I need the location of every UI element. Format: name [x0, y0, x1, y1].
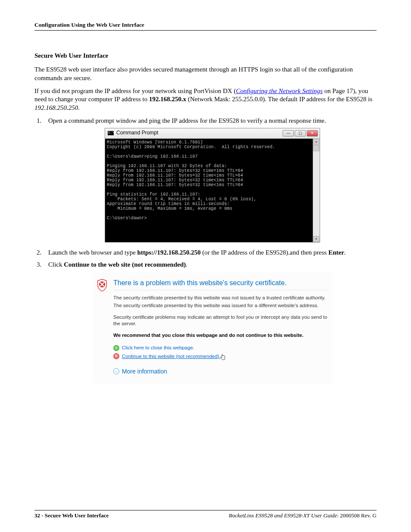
close-button[interactable]: ✕: [307, 130, 318, 137]
cert-heading: There is a problem with this website's s…: [113, 278, 328, 287]
cmd-scrollbar[interactable]: ▴ ▾: [313, 139, 320, 242]
intro-para-2: If you did not program the IP address fo…: [34, 87, 377, 112]
check-icon: ✓: [113, 345, 119, 351]
scroll-down-icon[interactable]: ▾: [313, 236, 319, 242]
cmd-icon: C:\: [108, 131, 114, 135]
continue-link[interactable]: Continue to this website (not recommende…: [122, 353, 221, 360]
step-3c: .: [186, 261, 187, 268]
cert-line-1: The security certificate presented by th…: [113, 295, 328, 301]
warning-icon: ✕: [113, 353, 119, 359]
footer-revision: : 2000508 Rev. G: [337, 512, 377, 519]
step-2: Launch the web browser and type https://…: [43, 249, 377, 257]
footer-section-name: Secure Web User Interface: [45, 512, 109, 519]
cmd-title-text: Command Prompt: [116, 130, 283, 137]
step-3-link-text: Continue to the web site (not recommende…: [64, 261, 186, 268]
footer-guide-title: RocketLinx ES9528 and ES9528-XT User Gui…: [229, 512, 337, 519]
para2-ip: 192.168.250.x: [149, 96, 186, 103]
cert-divider: [113, 290, 328, 290]
step-2e: .: [344, 249, 346, 256]
shield-icon: [96, 278, 112, 294]
close-webpage-link[interactable]: Click here to close this webpage.: [122, 345, 194, 351]
config-link[interactable]: Configuring the Network Settings: [236, 87, 323, 94]
cert-line-3: Security certificate problems may indica…: [113, 314, 328, 327]
section-title: Secure Web User Interface: [34, 52, 377, 59]
running-header: Configuration Using the Web User Interfa…: [34, 22, 377, 31]
step-3: Click Continue to the web site (not reco…: [43, 261, 377, 384]
more-information-toggle[interactable]: More information: [122, 367, 167, 375]
scroll-up-icon[interactable]: ▴: [313, 139, 319, 145]
chevron-down-icon[interactable]: ⌄: [113, 368, 119, 374]
certificate-warning-panel: There is a problem with this website's s…: [93, 272, 332, 384]
page-footer: 32 - Secure Web User Interface RocketLin…: [34, 510, 377, 519]
cmd-output: Microsoft Windows [Version 6.1.7601] Cop…: [105, 139, 313, 242]
step-2-enter: Enter: [328, 249, 344, 256]
para2-end: .: [78, 104, 80, 111]
step-2c: (or the IP address of the ES9528).and th…: [201, 249, 328, 256]
step-2a: Launch the web browser and type: [48, 249, 137, 256]
step-1: Open a command prompt window and ping th…: [43, 117, 377, 243]
footer-page-number: 32: [34, 512, 40, 519]
para2-c: (Network Mask: 255.255.0.0). The default…: [186, 96, 372, 103]
command-prompt-window: C:\ Command Prompt — ▢ ✕ Microsoft Windo…: [105, 128, 320, 243]
maximize-button[interactable]: ▢: [295, 130, 306, 137]
step-3a: Click: [48, 261, 64, 268]
step-2-url: https://192.168.250.250: [137, 249, 201, 256]
cert-recommend: We recommend that you close this webpage…: [113, 332, 328, 339]
scroll-thumb[interactable]: [313, 145, 319, 151]
step-1-text: Open a command prompt window and ping th…: [48, 117, 326, 124]
para2-default-ip: 192.168.250.250: [34, 104, 78, 111]
cursor-hand-icon: [221, 353, 227, 359]
cert-line-2: The security certificate presented by th…: [113, 302, 328, 309]
intro-para-1: The ES9528 web user interface also provi…: [34, 65, 377, 83]
cmd-titlebar: C:\ Command Prompt — ▢ ✕: [105, 128, 320, 139]
minimize-button[interactable]: —: [283, 130, 294, 137]
para2-a: If you did not program the IP address fo…: [34, 87, 236, 94]
